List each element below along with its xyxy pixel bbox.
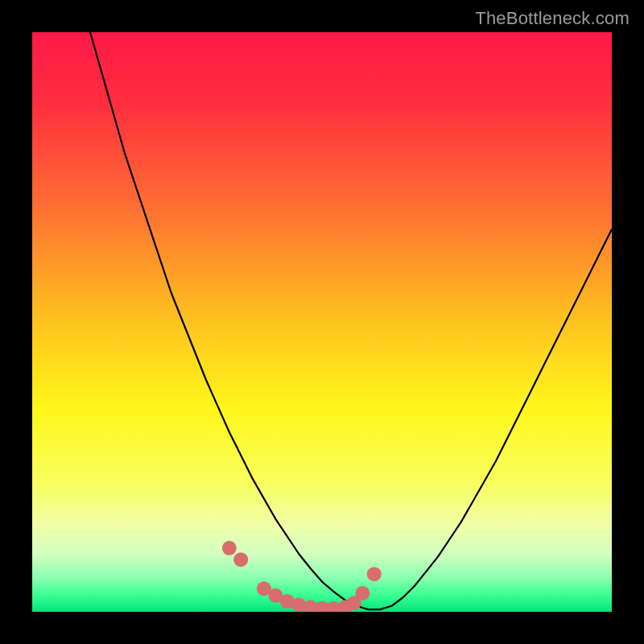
gradient-background — [32, 32, 612, 612]
svg-rect-0 — [32, 32, 612, 612]
watermark-text: TheBottleneck.com — [475, 8, 630, 29]
chart-frame: TheBottleneck.com — [0, 0, 644, 644]
plot-area — [32, 32, 612, 612]
